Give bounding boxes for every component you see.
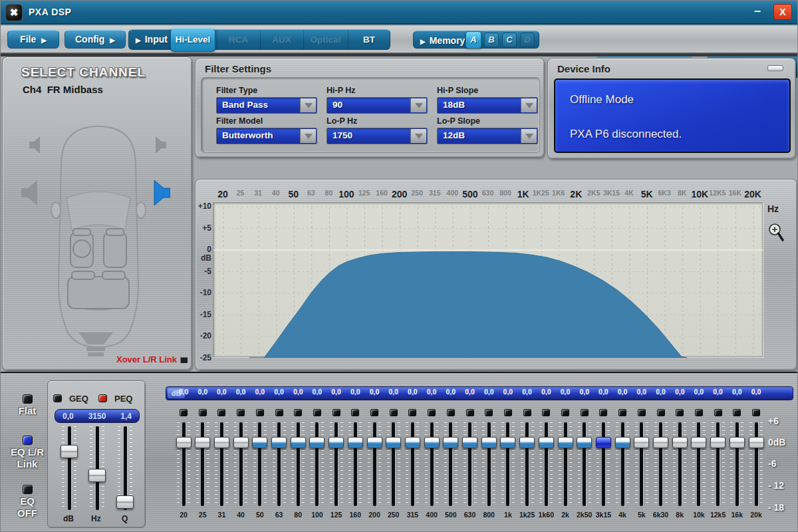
eq-band-slider[interactable] (348, 422, 362, 506)
eq-band-button[interactable] (676, 409, 684, 416)
eq-band-button[interactable] (733, 409, 741, 416)
eq-band-button[interactable] (428, 409, 436, 416)
close-button[interactable]: X (773, 4, 792, 20)
eq-band-button[interactable] (581, 409, 589, 416)
eq-band-slider[interactable] (234, 422, 247, 506)
eq-band-slider[interactable] (291, 422, 305, 506)
input-tab-aux[interactable]: AUX (260, 30, 303, 49)
eq-band-slider-handle[interactable] (348, 437, 363, 448)
dropdown-arrow-icon[interactable] (410, 98, 426, 112)
eq-band-slider-handle[interactable] (386, 437, 401, 448)
eq-band-button[interactable] (408, 409, 416, 416)
eq-band-button[interactable] (695, 409, 703, 416)
speaker-front-right-midbass-active[interactable] (153, 180, 170, 206)
eq-band-slider[interactable] (539, 422, 553, 506)
eq-band-slider-handle[interactable] (195, 437, 210, 448)
eq-band-button[interactable] (180, 409, 188, 416)
eq-band-slider-handle[interactable] (615, 437, 630, 448)
memory-slot-c[interactable]: C (502, 33, 517, 47)
minimize-button[interactable]: – (749, 3, 765, 19)
eq-band-slider-handle[interactable] (481, 437, 497, 448)
lop-hz-select[interactable]: 1750 (327, 128, 428, 144)
dropdown-arrow-icon[interactable] (410, 129, 426, 143)
eq-band-slider[interactable] (215, 422, 228, 506)
zoom-magnifier-icon[interactable] (767, 222, 785, 242)
eq-band-slider-handle[interactable] (500, 437, 515, 448)
input-tab-hi-level[interactable]: Hi-Level (170, 28, 215, 52)
eq-band-slider-handle[interactable] (691, 437, 706, 448)
eq-band-slider-handle[interactable] (730, 437, 745, 448)
eq-band-slider-handle[interactable] (634, 437, 649, 448)
file-menu-button[interactable]: File▶ (7, 30, 59, 49)
hip-slope-select[interactable]: 18dB (437, 97, 538, 114)
eq-band-button[interactable] (485, 409, 493, 416)
eq-band-slider-handle[interactable] (367, 437, 382, 448)
peq-button[interactable] (98, 394, 107, 402)
eq-band-button[interactable] (370, 409, 378, 416)
filter-type-select[interactable]: Band Pass (216, 97, 317, 114)
xover-lr-link-label[interactable]: Xover L/R Link (116, 354, 177, 364)
eq-band-slider[interactable] (521, 422, 534, 506)
dropdown-arrow-icon[interactable] (300, 98, 316, 112)
xover-lr-link-icon[interactable] (180, 357, 188, 363)
eq-band-button[interactable] (714, 409, 722, 416)
eq-band-slider[interactable] (635, 422, 648, 506)
eq-band-slider[interactable] (749, 422, 763, 506)
eq-band-button[interactable] (313, 409, 321, 416)
speaker-front-left-tweeter[interactable] (29, 136, 41, 154)
filter-model-select[interactable]: Butterworth (216, 128, 317, 144)
q-mini-slider[interactable] (118, 426, 132, 510)
q-mini-slider-handle[interactable] (116, 495, 134, 509)
input-tab-rca[interactable]: RCA (217, 30, 259, 49)
eq-band-button[interactable] (618, 409, 626, 416)
eq-band-button[interactable] (447, 409, 455, 416)
eq-lr-link-button[interactable] (23, 436, 33, 445)
eq-band-slider[interactable] (311, 422, 324, 506)
frequency-mini-slider-handle[interactable] (88, 469, 106, 482)
speaker-front-right-tweeter[interactable] (154, 136, 166, 154)
eq-band-button[interactable] (256, 409, 264, 416)
eq-band-slider-handle[interactable] (462, 437, 477, 448)
collapse-icon[interactable] (767, 65, 783, 71)
eq-band-slider[interactable] (368, 422, 381, 506)
eq-band-slider-handle[interactable] (539, 437, 554, 448)
eq-band-button[interactable] (638, 409, 646, 416)
eq-band-slider-handle[interactable] (519, 437, 535, 448)
eq-band-slider-handle[interactable] (309, 437, 325, 448)
eq-band-slider-handle[interactable] (405, 437, 420, 448)
dropdown-arrow-icon[interactable] (300, 129, 316, 143)
eq-band-slider[interactable] (730, 422, 743, 506)
eq-band-button[interactable] (523, 409, 531, 416)
lop-slope-select[interactable]: 12dB (437, 128, 538, 144)
eq-band-slider[interactable] (597, 422, 610, 506)
gain-mini-slider-handle[interactable] (61, 445, 78, 458)
eq-band-button[interactable] (657, 409, 665, 416)
dropdown-arrow-icon[interactable] (521, 98, 537, 112)
memory-slot-d[interactable]: D (520, 33, 535, 47)
eq-band-slider-handle[interactable] (271, 437, 287, 448)
input-tab-optical[interactable]: Optical (303, 30, 347, 49)
eq-band-slider[interactable] (464, 422, 477, 506)
eq-band-button[interactable] (351, 409, 359, 416)
geq-button[interactable] (53, 394, 62, 402)
eq-band-button[interactable] (390, 409, 398, 416)
eq-band-slider-handle[interactable] (443, 437, 458, 448)
eq-band-slider[interactable] (559, 422, 572, 506)
eq-band-slider-handle[interactable] (291, 437, 306, 448)
eq-band-button[interactable] (294, 409, 302, 416)
eq-band-slider-handle[interactable] (653, 437, 668, 448)
eq-band-slider[interactable] (616, 422, 629, 506)
eq-band-slider[interactable] (330, 422, 343, 506)
memory-slot-b[interactable]: B (484, 33, 499, 47)
eq-band-button[interactable] (199, 409, 207, 416)
eq-band-slider[interactable] (196, 422, 209, 506)
eq-band-slider-handle[interactable] (710, 437, 726, 448)
eq-band-button[interactable] (466, 409, 474, 416)
eq-band-slider[interactable] (425, 422, 438, 506)
eq-band-slider[interactable] (673, 422, 686, 506)
eq-band-slider[interactable] (654, 422, 668, 506)
eq-band-slider[interactable] (501, 422, 515, 506)
memory-slot-a[interactable]: A (466, 31, 481, 49)
eq-band-button[interactable] (752, 409, 760, 416)
eq-band-slider-handle[interactable] (214, 437, 229, 448)
